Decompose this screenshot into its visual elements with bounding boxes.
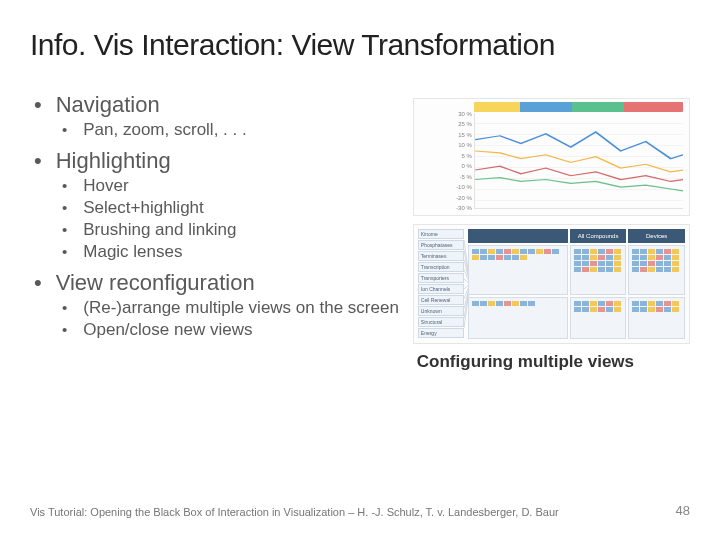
box: Transcription <box>418 262 464 272</box>
bullet-navigation: • Navigation •Pan, zoom, scroll, . . . <box>34 92 405 140</box>
sub-text: Brushing and linking <box>83 220 236 240</box>
tick: -5 % <box>418 174 472 180</box>
tick: 0 % <box>418 163 472 169</box>
sub-item: •Brushing and linking <box>62 220 405 240</box>
panel-cell <box>628 297 685 339</box>
sub-item: •(Re-)arrange multiple views on the scre… <box>62 298 405 318</box>
panel-cell <box>570 245 627 295</box>
tick: -20 % <box>418 195 472 201</box>
panel-head: Devices <box>628 229 685 243</box>
bullet-dot-icon: • <box>34 272 42 294</box>
tick: -30 % <box>418 205 472 211</box>
sub-text: (Re-)arrange multiple views on the scree… <box>83 298 399 318</box>
panel-grid: All Compounds Devices <box>468 229 685 339</box>
bullet-text: Highlighting <box>56 148 171 174</box>
sub-item: •Select+highlight <box>62 198 405 218</box>
y-axis-labels: 30 % 25 % 15 % 10 % 5 % 0 % -5 % -10 % -… <box>418 111 472 211</box>
tick: 30 % <box>418 111 472 117</box>
legend-strip <box>474 102 683 112</box>
bullet-dot-icon: • <box>62 221 67 238</box>
bullet-dot-icon: • <box>34 150 42 172</box>
bullet-text: Navigation <box>56 92 160 118</box>
sub-list: •Pan, zoom, scroll, . . . <box>34 120 405 140</box>
page-number: 48 <box>676 503 690 518</box>
tick: 5 % <box>418 153 472 159</box>
content-row: • Navigation •Pan, zoom, scroll, . . . •… <box>30 92 690 372</box>
slide-title: Info. Vis Interaction: View Transformati… <box>30 28 690 62</box>
sub-text: Pan, zoom, scroll, . . . <box>83 120 246 140</box>
figure-dashboard: Kinome Phosphatases Terminases Transcrip… <box>413 224 690 344</box>
bullet-text: View reconfiguration <box>56 270 255 296</box>
sub-item: •Open/close new views <box>62 320 405 340</box>
panel-cell <box>570 297 627 339</box>
panel-head-spacer <box>468 229 568 243</box>
box: Terminases <box>418 251 464 261</box>
sub-item: •Pan, zoom, scroll, . . . <box>62 120 405 140</box>
sub-text: Magic lenses <box>83 242 182 262</box>
bullet-column: • Navigation •Pan, zoom, scroll, . . . •… <box>30 92 413 372</box>
category-boxes: Kinome Phosphatases Terminases Transcrip… <box>418 229 464 339</box>
bullet-dot-icon: • <box>62 243 67 260</box>
tick: 10 % <box>418 142 472 148</box>
panel-cell <box>628 245 685 295</box>
bullet-view-reconfiguration: • View reconfiguration •(Re-)arrange mul… <box>34 270 405 340</box>
footer-text: Vis Tutorial: Opening the Black Box of I… <box>30 506 559 518</box>
box: Phosphatases <box>418 240 464 250</box>
box: Cell Renewal <box>418 295 464 305</box>
tick: 15 % <box>418 132 472 138</box>
sub-list: •(Re-)arrange multiple views on the scre… <box>34 298 405 340</box>
bullet-highlighting: • Highlighting •Hover •Select+highlight … <box>34 148 405 262</box>
figure-column: 30 % 25 % 15 % 10 % 5 % 0 % -5 % -10 % -… <box>413 92 690 372</box>
sub-text: Hover <box>83 176 128 196</box>
sub-text: Select+highlight <box>83 198 204 218</box>
footer: Vis Tutorial: Opening the Black Box of I… <box>30 503 690 518</box>
sub-list: •Hover •Select+highlight •Brushing and l… <box>34 176 405 262</box>
bullet-dot-icon: • <box>34 94 42 116</box>
box: Ion Channels <box>418 284 464 294</box>
tick: 25 % <box>418 121 472 127</box>
slide: Info. Vis Interaction: View Transformati… <box>0 0 720 540</box>
tick: -10 % <box>418 184 472 190</box>
bullet-dot-icon: • <box>62 299 67 316</box>
bullet-label: • View reconfiguration <box>34 270 405 296</box>
bullet-list: • Navigation •Pan, zoom, scroll, . . . •… <box>30 92 405 340</box>
plot-area <box>474 113 683 209</box>
box: Kinome <box>418 229 464 239</box>
box: Unknown <box>418 306 464 316</box>
box: Energy <box>418 328 464 338</box>
bullet-label: • Highlighting <box>34 148 405 174</box>
sub-item: •Hover <box>62 176 405 196</box>
sub-item: •Magic lenses <box>62 242 405 262</box>
line-chart-icon <box>475 113 683 208</box>
panel-cell <box>468 297 568 339</box>
sub-text: Open/close new views <box>83 320 252 340</box>
bullet-dot-icon: • <box>62 121 67 138</box>
bullet-label: • Navigation <box>34 92 405 118</box>
box: Transporters <box>418 273 464 283</box>
box: Structural <box>418 317 464 327</box>
figure-caption: Configuring multiple views <box>417 352 690 372</box>
panel-cell <box>468 245 568 295</box>
figure-timeseries: 30 % 25 % 15 % 10 % 5 % 0 % -5 % -10 % -… <box>413 98 690 216</box>
bullet-dot-icon: • <box>62 199 67 216</box>
bullet-dot-icon: • <box>62 177 67 194</box>
panel-head: All Compounds <box>570 229 627 243</box>
bullet-dot-icon: • <box>62 321 67 338</box>
